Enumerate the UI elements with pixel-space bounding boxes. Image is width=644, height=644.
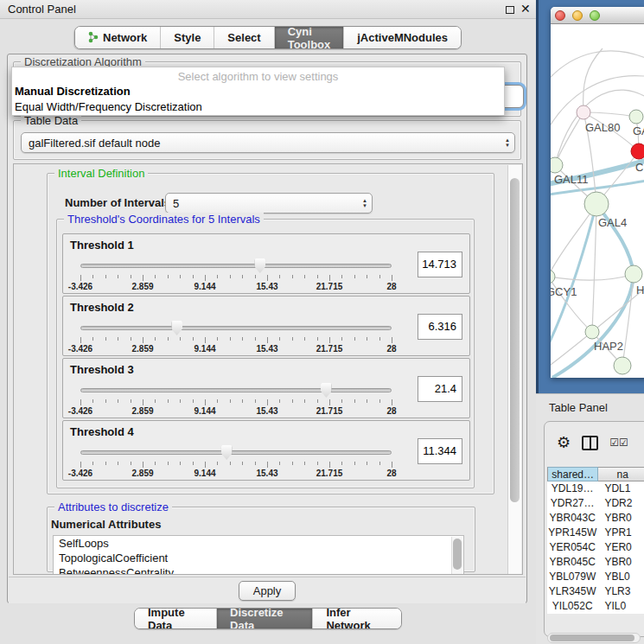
column-header[interactable]: shared… (547, 467, 598, 481)
table-cell[interactable]: YPR1 (597, 526, 644, 540)
tab-jactivemnodules[interactable]: jActiveMNodules (343, 27, 461, 48)
network-node[interactable] (551, 270, 555, 284)
float-icon[interactable] (506, 6, 514, 14)
close-icon[interactable]: ✕ (520, 2, 531, 16)
gear-icon[interactable]: ⚙ (557, 435, 571, 450)
network-node-label: GAL4 (598, 216, 627, 229)
slider-thumb[interactable] (221, 445, 233, 460)
slider-thumb[interactable] (254, 258, 265, 273)
network-node[interactable] (614, 357, 631, 374)
network-edge[interactable] (583, 48, 603, 112)
table-cell[interactable]: YBL0 (597, 570, 644, 584)
table-row[interactable]: YDL19…YDL1 (547, 481, 644, 496)
split-columns-icon[interactable] (582, 436, 598, 450)
table-cell[interactable]: YER0 (597, 540, 644, 555)
threshold-value-field[interactable]: 14.713 (418, 252, 462, 277)
slider-track[interactable] (80, 450, 392, 455)
table-row[interactable]: YLR345WYLR3 (547, 584, 644, 599)
table-row[interactable]: YBR043CYBR0 (547, 511, 644, 526)
slider-thumb[interactable] (171, 321, 182, 335)
threshold-value-field[interactable]: 11.344 (418, 438, 462, 464)
table-cell[interactable]: YIL0 (597, 599, 644, 614)
network-canvas[interactable]: GAL80GACGAL11GAL4GCY1HHAP2 (551, 24, 644, 378)
slider-track[interactable] (80, 264, 392, 268)
table-row[interactable]: YBL079WYBL0 (547, 570, 644, 584)
table-cell[interactable]: YBR0 (597, 555, 644, 570)
threshold-slider[interactable]: -3.4262.8599.14415.4321.71528 (80, 383, 392, 418)
table-cell[interactable]: YIL052C (547, 599, 597, 614)
slider-track[interactable] (80, 326, 392, 330)
table-cell[interactable]: YPR145W (547, 526, 597, 540)
threshold-slider[interactable]: -3.4262.8599.14415.4321.71528 (80, 321, 392, 355)
network-node[interactable] (625, 265, 642, 283)
slider-track[interactable] (80, 388, 392, 392)
bottom-tab-impute-data[interactable]: Impute Data (135, 609, 216, 628)
network-node[interactable] (577, 105, 590, 119)
table-row[interactable]: YER054CYER0 (547, 540, 644, 555)
network-edge[interactable] (551, 274, 634, 280)
network-node[interactable] (585, 325, 599, 339)
network-edge[interactable] (555, 112, 583, 165)
window-zoom-icon[interactable] (590, 10, 600, 21)
slider-tick-labels: -3.4262.8599.14415.4321.71528 (80, 469, 392, 479)
table-row[interactable]: YPR145WYPR1 (547, 526, 644, 540)
attribute-list-item[interactable]: TopologicalCoefficient (54, 551, 463, 565)
tab-select[interactable]: Select (214, 27, 273, 48)
network-node[interactable] (631, 143, 644, 159)
table-cell[interactable]: YDR27… (547, 496, 597, 511)
panel-title: Control Panel (8, 3, 76, 16)
network-node[interactable] (629, 110, 643, 124)
tab-network[interactable]: Network (75, 27, 160, 48)
threshold-slider[interactable]: -3.4262.8599.14415.4321.71528 (80, 258, 392, 293)
table-cell[interactable]: YBR045C (547, 555, 597, 570)
settings-vertical-scrollbar[interactable] (507, 165, 521, 575)
bottom-tab-infer-network[interactable]: Infer Network (312, 609, 401, 628)
attributes-scrollbar[interactable] (451, 537, 462, 575)
network-edge[interactable] (622, 274, 634, 366)
tick-mark (92, 399, 93, 403)
threshold-slider[interactable]: -3.4262.8599.14415.4321.71528 (80, 445, 392, 480)
threshold-value-field[interactable]: 21.4 (418, 376, 462, 402)
table-cell[interactable]: YBR043C (547, 511, 597, 526)
table-row[interactable]: YDR27…YDR2 (547, 496, 644, 511)
tab-cyni-toolbox[interactable]: Cyni Toolbox (274, 27, 344, 48)
apply-button[interactable]: Apply (239, 581, 296, 601)
slider-ticks (80, 275, 392, 281)
table-cell[interactable]: YDL1 (597, 481, 644, 496)
table-cell[interactable]: YLR3 (597, 584, 644, 599)
threshold-value-field[interactable]: 6.316 (418, 314, 462, 340)
algorithm-option[interactable]: Equal Width/Frequency Discretization (12, 99, 504, 115)
algorithm-option[interactable]: Manual Discretization (12, 84, 504, 99)
attributes-scrollbar-thumb[interactable] (453, 539, 462, 570)
settings-scrollbar-thumb[interactable] (510, 178, 520, 502)
tab-style[interactable]: Style (160, 27, 214, 48)
table-row[interactable]: YBR045CYBR0 (547, 555, 644, 570)
network-edge[interactable] (592, 204, 596, 332)
network-node[interactable] (551, 157, 563, 173)
bottom-tab-discretize-data[interactable]: Discretize Data (216, 609, 312, 628)
tab-label: jActiveMNodules (357, 31, 448, 44)
table-cell[interactable]: YDR2 (597, 496, 644, 511)
num-intervals-combobox[interactable]: 5 ▲▼ (165, 193, 373, 214)
table-cell[interactable]: YLR345W (547, 584, 597, 599)
table-cell[interactable]: YBR0 (597, 511, 644, 526)
table-cell[interactable]: YDL19… (547, 481, 597, 496)
table-scrollbar-thumb[interactable] (550, 634, 634, 641)
slider-thumb[interactable] (321, 383, 332, 398)
window-close-icon[interactable] (555, 10, 565, 21)
table-cell[interactable]: YER054C (547, 540, 597, 555)
table-data-combobox[interactable]: galFiltered.sif default node ▲▼ (21, 132, 515, 153)
attribute-list-item[interactable]: SelfLoops (54, 536, 463, 551)
column-header[interactable]: na (598, 467, 644, 481)
attribute-list-item[interactable]: BetweennessCentrality (54, 565, 463, 575)
table-row[interactable]: YIL052CYIL0 (547, 599, 644, 614)
network-edge[interactable] (583, 112, 636, 117)
table-horizontal-scrollbar[interactable] (547, 633, 641, 643)
window-minimize-icon[interactable] (572, 10, 583, 21)
network-edge[interactable] (551, 204, 596, 277)
table-cell[interactable]: YBL079W (547, 570, 597, 584)
network-node[interactable] (584, 192, 609, 216)
select-columns-icon[interactable]: ☑☑ (609, 437, 628, 449)
network-edge[interactable] (551, 51, 644, 85)
network-window-titlebar[interactable] (551, 7, 644, 24)
